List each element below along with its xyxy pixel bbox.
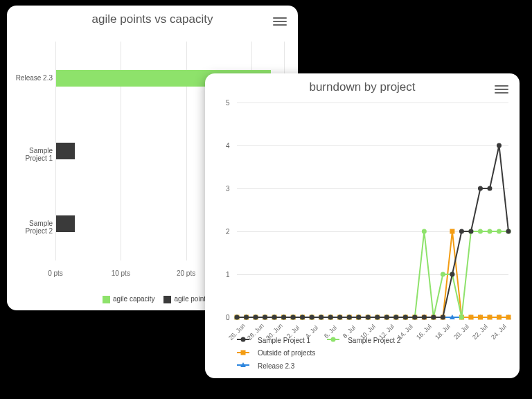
svg-point-91 [244, 315, 249, 320]
legend-swatch-points [163, 296, 171, 303]
legend-item: Sample Project 1 [237, 337, 319, 344]
svg-point-94 [272, 315, 277, 320]
svg-rect-55 [468, 315, 473, 320]
x-tick: 10 pts [112, 269, 130, 277]
svg-point-114 [459, 229, 464, 234]
svg-point-113 [450, 272, 454, 277]
x-tick: 20 pts [177, 269, 195, 277]
svg-point-105 [375, 315, 380, 320]
bar [56, 143, 75, 159]
line-chart-plot: 01234526. Jun28. Jun30. Jun2. Jul4. Jul6… [237, 103, 508, 317]
category-label: Sample Project 1 [7, 147, 53, 162]
svg-point-123 [331, 337, 336, 342]
svg-rect-58 [497, 315, 502, 320]
legend-item: Release 2.3 [237, 362, 303, 370]
svg-point-112 [441, 315, 445, 320]
category-label: Sample Project 2 [7, 220, 53, 235]
y-tick: 4 [226, 142, 230, 150]
svg-point-84 [459, 315, 464, 320]
legend-item: Outside of projects [237, 349, 323, 357]
svg-rect-56 [478, 315, 483, 320]
svg-point-118 [497, 143, 502, 148]
y-tick: 1 [226, 271, 230, 278]
svg-point-92 [254, 315, 258, 320]
svg-rect-57 [487, 315, 492, 320]
legend-label: agile points [174, 295, 209, 303]
legend-label: agile capacity [113, 295, 155, 303]
svg-point-117 [487, 186, 492, 191]
legend-item: Sample Project 2 [327, 337, 409, 344]
svg-point-93 [263, 315, 267, 320]
svg-point-115 [468, 229, 473, 234]
svg-point-121 [241, 337, 246, 342]
svg-rect-125 [241, 350, 246, 355]
chart-title: burndown by project [205, 73, 520, 97]
svg-point-95 [281, 315, 286, 320]
svg-point-102 [347, 315, 352, 320]
category-label: Release 2.3 [7, 74, 53, 82]
hamburger-icon[interactable] [273, 15, 287, 26]
svg-point-106 [384, 315, 389, 320]
x-tick: 0 pts [48, 269, 63, 277]
svg-rect-59 [506, 315, 511, 320]
svg-point-86 [478, 229, 483, 234]
legend-swatch-capacity [103, 296, 110, 303]
svg-point-116 [478, 186, 483, 191]
svg-point-96 [291, 315, 296, 320]
svg-point-103 [356, 315, 361, 320]
svg-point-97 [300, 315, 305, 320]
line-chart-legend: Sample Project 1Sample Project 2Outside … [237, 335, 511, 373]
burndown-card: burndown by project 01234526. Jun28. Jun… [205, 73, 520, 378]
svg-point-101 [337, 315, 342, 320]
svg-point-82 [441, 272, 445, 277]
svg-point-104 [366, 315, 371, 320]
svg-point-90 [235, 315, 240, 320]
svg-point-111 [431, 315, 436, 320]
svg-point-110 [422, 315, 427, 320]
svg-point-107 [393, 315, 398, 320]
svg-rect-53 [450, 229, 454, 234]
svg-point-80 [422, 229, 427, 234]
y-tick: 2 [226, 228, 230, 236]
bar [56, 215, 75, 232]
y-tick: 5 [226, 99, 230, 107]
svg-point-99 [319, 315, 323, 320]
svg-point-119 [506, 229, 511, 234]
svg-point-109 [412, 315, 417, 320]
hamburger-icon[interactable] [495, 83, 508, 94]
svg-point-87 [487, 229, 492, 234]
svg-point-98 [310, 315, 314, 320]
y-tick: 3 [226, 185, 230, 193]
svg-point-100 [328, 315, 333, 320]
svg-point-88 [497, 229, 502, 234]
chart-title: agile points vs capacity [7, 6, 298, 29]
svg-point-108 [403, 315, 408, 320]
y-tick: 0 [226, 314, 230, 321]
